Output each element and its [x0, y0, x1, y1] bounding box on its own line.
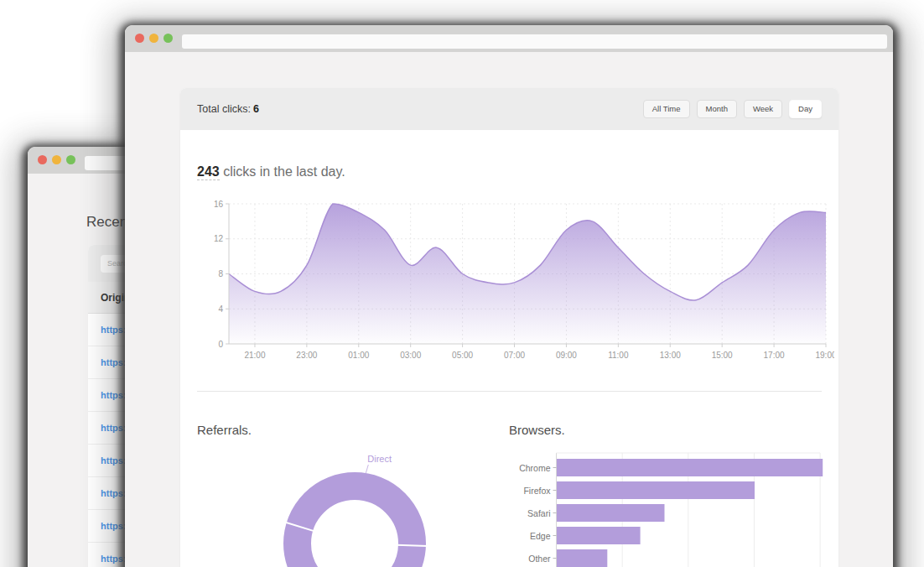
- svg-text:Firefox: Firefox: [523, 486, 551, 496]
- svg-text:0: 0: [218, 340, 223, 349]
- minimize-window-icon[interactable]: [149, 34, 158, 43]
- close-window-icon[interactable]: [38, 155, 47, 164]
- traffic-lights: [38, 155, 75, 164]
- svg-text:12: 12: [214, 234, 224, 243]
- total-clicks-value: 6: [253, 103, 259, 115]
- stats-card-header: Total clicks:6 All TimeMonthWeekDay: [180, 88, 838, 130]
- page: Recent links. Original URL https://https…: [0, 0, 924, 567]
- filter-button-month[interactable]: Month: [697, 100, 737, 118]
- clicks-headline: 243 clicks in the last day.: [197, 164, 345, 179]
- svg-text:Edge: Edge: [530, 531, 551, 541]
- donut-label-direct: Direct: [367, 454, 392, 464]
- svg-text:8: 8: [218, 269, 223, 278]
- analytics-browser-window: Total clicks:6 All TimeMonthWeekDay 243 …: [125, 25, 893, 567]
- front-window-body: Total clicks:6 All TimeMonthWeekDay 243 …: [125, 52, 893, 567]
- svg-text:09:00: 09:00: [556, 351, 577, 360]
- svg-text:Other: Other: [528, 554, 551, 564]
- filter-button-week[interactable]: Week: [744, 100, 782, 118]
- stats-card: Total clicks:6 All TimeMonthWeekDay 243 …: [180, 88, 838, 567]
- svg-text:03:00: 03:00: [400, 351, 421, 360]
- svg-text:Chrome: Chrome: [519, 463, 551, 473]
- time-filter-buttons: All TimeMonthWeekDay: [643, 100, 822, 118]
- browsers-bar-chart: ChromeFirefoxSafariEdgeOther: [503, 450, 830, 567]
- referrals-title: Referrals.: [197, 423, 252, 437]
- referrals-donut-chart: Direct: [197, 449, 491, 567]
- clicks-headline-text: clicks in the last day.: [220, 164, 345, 179]
- filter-button-all-time[interactable]: All Time: [643, 100, 690, 118]
- svg-text:19:00: 19:00: [815, 351, 834, 360]
- svg-text:11:00: 11:00: [608, 351, 629, 360]
- browsers-title: Browsers.: [509, 423, 565, 437]
- total-clicks: Total clicks:6: [197, 103, 259, 115]
- clicks-count: 243: [197, 164, 220, 180]
- svg-text:17:00: 17:00: [764, 351, 785, 360]
- svg-text:15:00: 15:00: [712, 351, 733, 360]
- front-window-titlebar: [125, 25, 893, 52]
- svg-text:16: 16: [214, 200, 224, 209]
- section-divider: [197, 391, 822, 392]
- svg-text:Safari: Safari: [527, 508, 550, 518]
- url-bar[interactable]: [182, 34, 887, 49]
- close-window-icon[interactable]: [135, 34, 144, 43]
- svg-text:13:00: 13:00: [660, 351, 681, 360]
- svg-text:05:00: 05:00: [452, 351, 473, 360]
- filter-button-day[interactable]: Day: [789, 100, 822, 118]
- clicks-area-chart: 21:0023:0001:0003:0005:0007:0009:0011:00…: [205, 197, 834, 361]
- stats-card-body: 243 clicks in the last day. 21:0023:0001…: [180, 130, 838, 567]
- svg-text:21:00: 21:00: [244, 351, 265, 360]
- svg-text:07:00: 07:00: [504, 351, 525, 360]
- total-clicks-label: Total clicks:: [197, 103, 251, 115]
- fullscreen-window-icon[interactable]: [164, 34, 173, 43]
- minimize-window-icon[interactable]: [52, 155, 61, 164]
- svg-text:4: 4: [218, 304, 223, 314]
- svg-text:23:00: 23:00: [296, 351, 317, 360]
- svg-text:01:00: 01:00: [348, 351, 369, 360]
- traffic-lights: [135, 34, 173, 43]
- fullscreen-window-icon[interactable]: [66, 155, 75, 164]
